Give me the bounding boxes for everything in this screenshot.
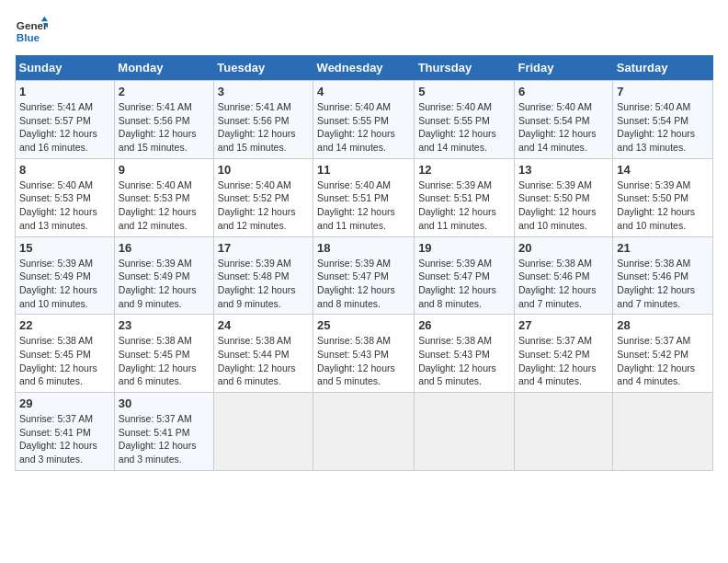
- calendar-cell: 8Sunrise: 5:40 AM Sunset: 5:53 PM Daylig…: [16, 158, 115, 236]
- calendar-cell: 24Sunrise: 5:38 AM Sunset: 5:44 PM Dayli…: [213, 315, 313, 393]
- calendar-cell: 21Sunrise: 5:38 AM Sunset: 5:46 PM Dayli…: [613, 236, 713, 315]
- day-info: Sunrise: 5:40 AM Sunset: 5:54 PM Dayligh…: [518, 100, 609, 155]
- day-info: Sunrise: 5:37 AM Sunset: 5:42 PM Dayligh…: [617, 334, 709, 388]
- calendar-table: SundayMondayTuesdayWednesdayThursdayFrid…: [15, 55, 713, 471]
- calendar-cell: 4Sunrise: 5:40 AM Sunset: 5:55 PM Daylig…: [313, 81, 415, 159]
- day-number: 30: [119, 396, 210, 410]
- day-info: Sunrise: 5:40 AM Sunset: 5:51 PM Dayligh…: [317, 178, 410, 233]
- page-header: General Blue: [15, 15, 713, 48]
- day-info: Sunrise: 5:40 AM Sunset: 5:55 PM Dayligh…: [317, 100, 410, 155]
- day-info: Sunrise: 5:38 AM Sunset: 5:45 PM Dayligh…: [19, 334, 110, 388]
- calendar-cell: 28Sunrise: 5:37 AM Sunset: 5:42 PM Dayli…: [613, 315, 713, 393]
- day-info: Sunrise: 5:38 AM Sunset: 5:43 PM Dayligh…: [418, 334, 510, 388]
- header-day-tuesday: Tuesday: [213, 55, 313, 81]
- day-info: Sunrise: 5:39 AM Sunset: 5:48 PM Dayligh…: [218, 257, 309, 311]
- calendar-week-5: 29Sunrise: 5:37 AM Sunset: 5:41 PM Dayli…: [16, 393, 713, 471]
- calendar-cell: 11Sunrise: 5:40 AM Sunset: 5:51 PM Dayli…: [313, 158, 415, 236]
- calendar-cell: 9Sunrise: 5:40 AM Sunset: 5:53 PM Daylig…: [114, 158, 213, 236]
- calendar-cell: 15Sunrise: 5:39 AM Sunset: 5:49 PM Dayli…: [16, 236, 115, 315]
- day-number: 18: [317, 241, 410, 255]
- calendar-cell: 3Sunrise: 5:41 AM Sunset: 5:56 PM Daylig…: [213, 81, 313, 159]
- day-info: Sunrise: 5:39 AM Sunset: 5:50 PM Dayligh…: [617, 178, 709, 233]
- header-day-friday: Friday: [514, 55, 612, 81]
- calendar-cell: 14Sunrise: 5:39 AM Sunset: 5:50 PM Dayli…: [613, 158, 713, 236]
- day-number: 29: [19, 396, 110, 410]
- calendar-cell: 20Sunrise: 5:38 AM Sunset: 5:46 PM Dayli…: [514, 236, 612, 315]
- day-number: 15: [19, 241, 110, 255]
- day-info: Sunrise: 5:40 AM Sunset: 5:52 PM Dayligh…: [218, 178, 309, 233]
- calendar-cell: 19Sunrise: 5:39 AM Sunset: 5:47 PM Dayli…: [415, 236, 515, 315]
- day-info: Sunrise: 5:40 AM Sunset: 5:53 PM Dayligh…: [19, 178, 110, 233]
- day-number: 10: [218, 163, 309, 177]
- calendar-week-1: 1Sunrise: 5:41 AM Sunset: 5:57 PM Daylig…: [16, 81, 713, 159]
- calendar-cell: 2Sunrise: 5:41 AM Sunset: 5:56 PM Daylig…: [114, 81, 213, 159]
- day-number: 25: [317, 318, 410, 332]
- day-info: Sunrise: 5:39 AM Sunset: 5:49 PM Dayligh…: [119, 257, 210, 311]
- calendar-cell: 18Sunrise: 5:39 AM Sunset: 5:47 PM Dayli…: [313, 236, 415, 315]
- day-number: 8: [19, 163, 110, 177]
- calendar-cell: [415, 393, 515, 471]
- day-number: 1: [19, 85, 110, 98]
- day-info: Sunrise: 5:38 AM Sunset: 5:46 PM Dayligh…: [518, 257, 609, 311]
- header-day-sunday: Sunday: [16, 55, 115, 81]
- calendar-cell: 7Sunrise: 5:40 AM Sunset: 5:54 PM Daylig…: [613, 81, 713, 159]
- day-info: Sunrise: 5:37 AM Sunset: 5:42 PM Dayligh…: [518, 334, 609, 388]
- day-number: 24: [218, 318, 309, 332]
- day-number: 3: [218, 85, 309, 98]
- day-info: Sunrise: 5:37 AM Sunset: 5:41 PM Dayligh…: [119, 412, 210, 466]
- day-number: 19: [418, 241, 510, 255]
- calendar-cell: 1Sunrise: 5:41 AM Sunset: 5:57 PM Daylig…: [16, 81, 115, 159]
- calendar-cell: 5Sunrise: 5:40 AM Sunset: 5:55 PM Daylig…: [415, 81, 515, 159]
- day-number: 9: [119, 163, 210, 177]
- day-number: 7: [617, 85, 709, 98]
- calendar-cell: 30Sunrise: 5:37 AM Sunset: 5:41 PM Dayli…: [114, 393, 213, 471]
- svg-text:Blue: Blue: [17, 31, 40, 43]
- day-info: Sunrise: 5:37 AM Sunset: 5:41 PM Dayligh…: [19, 412, 110, 466]
- day-info: Sunrise: 5:38 AM Sunset: 5:43 PM Dayligh…: [317, 334, 410, 388]
- day-number: 4: [317, 85, 410, 98]
- day-info: Sunrise: 5:40 AM Sunset: 5:54 PM Dayligh…: [617, 100, 709, 155]
- calendar-cell: [313, 393, 415, 471]
- day-info: Sunrise: 5:38 AM Sunset: 5:46 PM Dayligh…: [617, 257, 709, 311]
- calendar-cell: 25Sunrise: 5:38 AM Sunset: 5:43 PM Dayli…: [313, 315, 415, 393]
- day-info: Sunrise: 5:41 AM Sunset: 5:56 PM Dayligh…: [119, 100, 210, 155]
- calendar-week-3: 15Sunrise: 5:39 AM Sunset: 5:49 PM Dayli…: [16, 236, 713, 315]
- day-info: Sunrise: 5:38 AM Sunset: 5:45 PM Dayligh…: [119, 334, 210, 388]
- calendar-week-4: 22Sunrise: 5:38 AM Sunset: 5:45 PM Dayli…: [16, 315, 713, 393]
- day-number: 13: [518, 163, 609, 177]
- header-day-thursday: Thursday: [415, 55, 515, 81]
- logo-icon: General Blue: [15, 15, 48, 48]
- day-number: 14: [617, 163, 709, 177]
- calendar-cell: [514, 393, 612, 471]
- calendar-cell: [613, 393, 713, 471]
- day-number: 16: [119, 241, 210, 255]
- calendar-cell: 27Sunrise: 5:37 AM Sunset: 5:42 PM Dayli…: [514, 315, 612, 393]
- day-number: 26: [418, 318, 510, 332]
- day-number: 5: [418, 85, 510, 98]
- calendar-cell: 23Sunrise: 5:38 AM Sunset: 5:45 PM Dayli…: [114, 315, 213, 393]
- header-day-monday: Monday: [114, 55, 213, 81]
- calendar-cell: 22Sunrise: 5:38 AM Sunset: 5:45 PM Dayli…: [16, 315, 115, 393]
- day-number: 23: [119, 318, 210, 332]
- day-info: Sunrise: 5:38 AM Sunset: 5:44 PM Dayligh…: [218, 334, 309, 388]
- day-number: 20: [518, 241, 609, 255]
- day-info: Sunrise: 5:41 AM Sunset: 5:56 PM Dayligh…: [218, 100, 309, 155]
- logo: General Blue: [15, 15, 48, 48]
- day-number: 17: [218, 241, 309, 255]
- day-number: 11: [317, 163, 410, 177]
- calendar-cell: 26Sunrise: 5:38 AM Sunset: 5:43 PM Dayli…: [415, 315, 515, 393]
- day-info: Sunrise: 5:39 AM Sunset: 5:51 PM Dayligh…: [418, 178, 510, 233]
- calendar-cell: 10Sunrise: 5:40 AM Sunset: 5:52 PM Dayli…: [213, 158, 313, 236]
- day-info: Sunrise: 5:40 AM Sunset: 5:55 PM Dayligh…: [418, 100, 510, 155]
- calendar-cell: 12Sunrise: 5:39 AM Sunset: 5:51 PM Dayli…: [415, 158, 515, 236]
- day-number: 2: [119, 85, 210, 98]
- calendar-week-2: 8Sunrise: 5:40 AM Sunset: 5:53 PM Daylig…: [16, 158, 713, 236]
- day-number: 28: [617, 318, 709, 332]
- day-info: Sunrise: 5:41 AM Sunset: 5:57 PM Dayligh…: [19, 100, 110, 155]
- calendar-cell: 6Sunrise: 5:40 AM Sunset: 5:54 PM Daylig…: [514, 81, 612, 159]
- day-info: Sunrise: 5:39 AM Sunset: 5:49 PM Dayligh…: [19, 257, 110, 311]
- day-number: 22: [19, 318, 110, 332]
- day-info: Sunrise: 5:39 AM Sunset: 5:50 PM Dayligh…: [518, 178, 609, 233]
- header-day-wednesday: Wednesday: [313, 55, 415, 81]
- calendar-cell: 17Sunrise: 5:39 AM Sunset: 5:48 PM Dayli…: [213, 236, 313, 315]
